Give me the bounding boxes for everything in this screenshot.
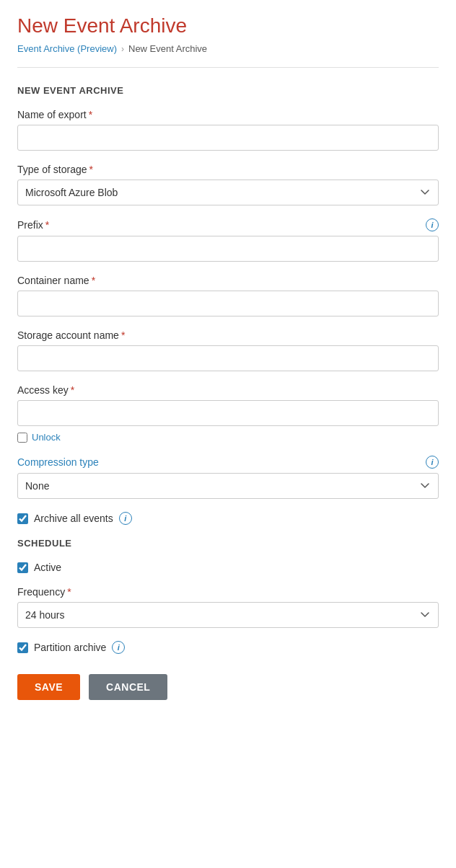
cancel-button[interactable]: CANCEL [89, 674, 167, 700]
compression-type-group: Compression type i None Gzip Snappy [17, 456, 439, 499]
container-name-input[interactable] [17, 291, 439, 316]
container-name-group: Container name* [17, 275, 439, 316]
access-key-input[interactable] [17, 400, 439, 426]
unlock-row: Unlock [17, 432, 439, 443]
frequency-label: Frequency* [17, 586, 439, 598]
page-title: New Event Archive [17, 14, 439, 37]
required-star-storage: * [89, 164, 93, 175]
partition-archive-row: Partition archive i [17, 641, 439, 654]
archive-all-events-checkbox[interactable] [17, 513, 28, 524]
access-key-label: Access key* [17, 384, 439, 396]
save-button[interactable]: SAVE [17, 674, 80, 700]
active-row: Active [17, 562, 439, 573]
name-of-export-label: Name of export* [17, 109, 439, 120]
schedule-section-title: SCHEDULE [17, 538, 439, 549]
prefix-info-icon[interactable]: i [426, 218, 439, 231]
breadcrumb: Event Archive (Preview) › New Event Arch… [17, 43, 439, 54]
breadcrumb-separator: › [121, 44, 124, 54]
archive-all-events-info-icon[interactable]: i [119, 512, 132, 525]
prefix-label: Prefix* [17, 219, 49, 231]
prefix-input[interactable] [17, 236, 439, 262]
breadcrumb-parent-link[interactable]: Event Archive (Preview) [17, 43, 117, 54]
unlock-checkbox[interactable] [17, 433, 27, 443]
frequency-select[interactable]: 1 hour 6 hours 12 hours 24 hours 48 hour… [17, 602, 439, 628]
type-of-storage-select[interactable]: Microsoft Azure Blob Amazon S3 Google Cl… [17, 180, 439, 205]
unlock-label[interactable]: Unlock [32, 432, 61, 443]
frequency-group: Frequency* 1 hour 6 hours 12 hours 24 ho… [17, 586, 439, 628]
archive-all-events-row: Archive all events i [17, 512, 439, 525]
form-section-title: NEW EVENT ARCHIVE [17, 85, 439, 96]
container-name-label: Container name* [17, 275, 439, 286]
archive-all-events-label: Archive all events [34, 513, 113, 524]
required-star: * [89, 109, 92, 120]
partition-archive-checkbox[interactable] [17, 642, 28, 653]
prefix-group: Prefix* i [17, 218, 439, 262]
storage-account-name-group: Storage account name* [17, 329, 439, 371]
section-divider [17, 67, 439, 68]
name-of-export-input[interactable] [17, 125, 439, 151]
active-checkbox[interactable] [17, 562, 28, 573]
access-key-group: Access key* Unlock [17, 384, 439, 443]
name-of-export-group: Name of export* [17, 109, 439, 151]
type-of-storage-group: Type of storage* Microsoft Azure Blob Am… [17, 164, 439, 205]
active-label: Active [34, 562, 61, 573]
required-star-key: * [71, 384, 74, 396]
compression-type-label: Compression type [17, 456, 99, 468]
compression-info-icon[interactable]: i [426, 456, 439, 469]
required-star-account: * [121, 329, 125, 341]
breadcrumb-current: New Event Archive [128, 43, 207, 54]
type-of-storage-label: Type of storage* [17, 164, 439, 175]
partition-archive-label: Partition archive [34, 642, 106, 653]
required-star-container: * [92, 275, 95, 286]
schedule-section: SCHEDULE Active Frequency* 1 hour 6 hour… [17, 538, 439, 654]
storage-account-name-input[interactable] [17, 345, 439, 371]
required-star-prefix: * [45, 219, 49, 231]
required-star-frequency: * [67, 586, 71, 598]
storage-account-name-label: Storage account name* [17, 329, 439, 341]
footer-buttons: SAVE CANCEL [17, 674, 439, 700]
compression-type-select[interactable]: None Gzip Snappy [17, 473, 439, 499]
partition-archive-info-icon[interactable]: i [112, 641, 125, 654]
